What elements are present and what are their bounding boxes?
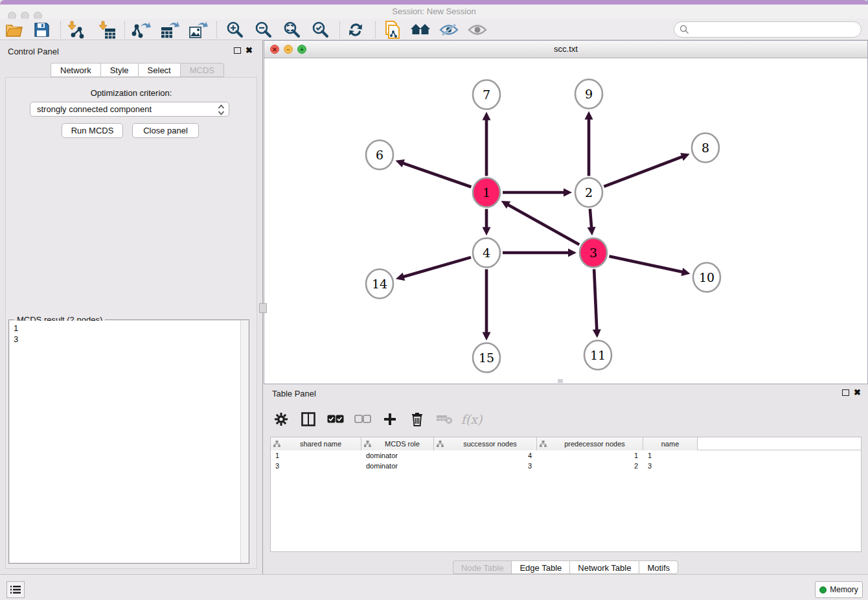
mcds-result-text[interactable]: 1 3 [10, 321, 240, 562]
graph-node-4[interactable]: 4 [473, 238, 500, 268]
cell-successor-nodes[interactable]: 3 [434, 461, 537, 471]
panel-splitter-handle[interactable] [259, 303, 267, 313]
network-graph-canvas[interactable]: 7968124314101511 [264, 58, 867, 384]
close-table-panel-icon[interactable]: ✖ [854, 389, 861, 396]
deselect-checkboxes-icon[interactable] [354, 410, 372, 428]
tab-style[interactable]: Style [100, 63, 138, 77]
search-input[interactable] [689, 25, 851, 34]
edge-3-10[interactable] [609, 256, 683, 272]
edge-2-3[interactable] [590, 209, 591, 228]
show-all-eye-icon[interactable] [466, 21, 488, 39]
graph-node-2[interactable]: 2 [575, 178, 602, 207]
graph-node-7[interactable]: 7 [473, 80, 500, 110]
graph-node-3[interactable]: 3 [580, 238, 607, 268]
column-header-successor-nodes[interactable]: successor nodes [434, 437, 537, 450]
save-session-icon[interactable] [30, 21, 52, 39]
window-titlebar[interactable]: Session: New Session [0, 5, 868, 19]
tab-mcds[interactable]: MCDS [180, 63, 224, 77]
graph-node-9[interactable]: 9 [575, 80, 602, 109]
zoom-out-icon[interactable] [252, 21, 274, 39]
zoom-fit-icon[interactable] [280, 21, 303, 39]
select-all-checkboxes-icon[interactable] [326, 410, 345, 428]
clone-network-icon[interactable] [381, 21, 403, 39]
refresh-view-icon[interactable] [345, 21, 367, 39]
run-mcds-button[interactable]: Run MCDS [62, 123, 123, 138]
cell-predecessor-nodes[interactable]: 1 [537, 450, 643, 461]
zoom-in-icon[interactable] [223, 21, 246, 39]
toolbar-separator [216, 21, 217, 38]
tab-node-table[interactable]: Node Table [453, 560, 512, 574]
control-panel-title: Control Panel [8, 47, 59, 56]
close-panel-button[interactable]: Close panel [132, 123, 199, 138]
tab-network-table[interactable]: Network Table [569, 560, 639, 574]
export-image-icon[interactable] [187, 21, 209, 39]
network-window-titlebar[interactable]: ✕ − + scc.txt [264, 41, 867, 58]
settings-gear-icon[interactable] [272, 410, 290, 428]
tab-network[interactable]: Network [51, 63, 100, 77]
graph-node-15[interactable]: 15 [473, 343, 500, 373]
edge-4-14[interactable] [403, 257, 471, 277]
cell-name[interactable]: 1 [643, 450, 698, 461]
graph-node-6[interactable]: 6 [366, 141, 393, 170]
cell-predecessor-nodes[interactable]: 2 [537, 461, 643, 471]
column-header-predecessor-nodes[interactable]: predecessor nodes [537, 437, 643, 450]
edge-1-6[interactable] [402, 163, 472, 187]
edge-3-11[interactable] [594, 269, 597, 330]
tab-motifs[interactable]: Motifs [639, 560, 678, 574]
cell-shared-name[interactable]: 3 [271, 461, 361, 471]
optimization-criterion-dropdown[interactable]: strongly connected component [30, 102, 229, 117]
edge-2-8[interactable] [604, 156, 683, 186]
export-network-icon[interactable] [130, 21, 152, 39]
column-layout-icon[interactable] [299, 410, 317, 428]
svg-text:4: 4 [483, 246, 490, 260]
table-row[interactable]: 3dominator323 [271, 461, 861, 471]
result-scrollbar[interactable] [240, 321, 248, 562]
task-history-button[interactable] [6, 581, 25, 598]
toolbar-separator [60, 21, 61, 38]
import-table-icon[interactable] [96, 21, 118, 39]
float-table-panel-icon[interactable] [842, 389, 849, 396]
cell-MCDS-role[interactable]: dominator [361, 450, 434, 461]
delete-row-icon[interactable] [408, 410, 426, 428]
svg-text:15: 15 [479, 351, 494, 365]
graph-node-10[interactable]: 10 [693, 263, 720, 292]
arrowhead-4-14 [396, 273, 405, 281]
arrowhead-1-7 [483, 112, 491, 121]
cell-MCDS-role[interactable]: dominator [361, 461, 434, 471]
open-session-icon[interactable] [3, 21, 25, 39]
chevron-up-down-icon [217, 104, 225, 118]
mcds-panel: Optimization criterion: strongly connect… [5, 77, 257, 569]
network-resize-handle[interactable] [558, 379, 563, 383]
graph-node-8[interactable]: 8 [692, 133, 719, 163]
float-panel-icon[interactable] [234, 47, 241, 54]
graph-node-14[interactable]: 14 [366, 270, 393, 299]
zoom-selected-icon[interactable] [309, 21, 331, 39]
memory-button[interactable]: Memory [815, 581, 863, 598]
table-header-row: shared nameMCDS rolesuccessor nodesprede… [271, 437, 861, 450]
column-header-name[interactable]: name [643, 437, 698, 450]
cell-name[interactable]: 3 [643, 461, 698, 471]
column-header-shared-name[interactable]: shared name [271, 437, 361, 450]
tab-edge-table[interactable]: Edge Table [511, 560, 569, 574]
table-row[interactable]: 1dominator411 [271, 450, 861, 461]
home-layout-icon[interactable] [409, 21, 431, 39]
graph-node-11[interactable]: 11 [584, 341, 611, 370]
hide-selected-eye-icon[interactable] [438, 21, 460, 39]
column-header-MCDS-role[interactable]: MCDS role [361, 437, 434, 450]
cell-successor-nodes[interactable]: 4 [434, 450, 537, 461]
svg-text:1: 1 [483, 185, 490, 200]
search-field[interactable] [674, 21, 862, 38]
import-network-icon[interactable] [65, 21, 87, 39]
cell-shared-name[interactable]: 1 [271, 450, 361, 461]
add-row-icon[interactable] [381, 410, 399, 428]
arrowhead-4-15 [483, 332, 491, 341]
export-table-icon[interactable] [159, 21, 181, 39]
tab-select[interactable]: Select [138, 63, 180, 77]
optimization-criterion-label: Optimization criterion: [6, 88, 257, 98]
arrowhead-1-2 [564, 189, 572, 197]
mcds-result-groupbox: MCDS result (2 nodes) 1 3 [8, 319, 249, 564]
close-panel-icon[interactable]: ✖ [246, 47, 253, 54]
graph-node-1[interactable]: 1 [473, 178, 500, 207]
node-table[interactable]: shared nameMCDS rolesuccessor nodesprede… [270, 437, 862, 552]
edge-3-1[interactable] [507, 204, 579, 244]
